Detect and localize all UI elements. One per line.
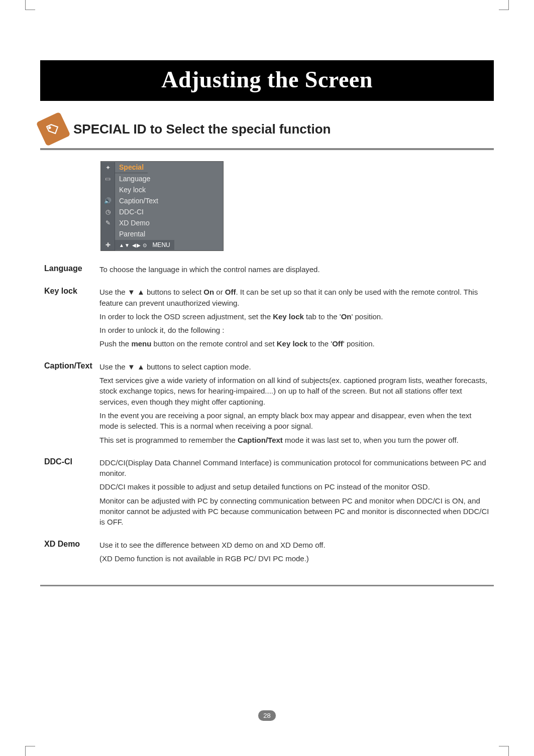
osd-header: Special bbox=[115, 162, 148, 173]
osd-item-parental[interactable]: Parental bbox=[115, 229, 149, 239]
page-title: Adjusting the Screen bbox=[40, 66, 494, 93]
osd-footer: ▲▼ ◀▶ ⊙ MENU bbox=[115, 240, 174, 250]
caption-p1: Use the ▼ ▲ buttons to select caption mo… bbox=[99, 361, 490, 372]
arrow-glyphs: ▼ ▲ bbox=[128, 288, 145, 296]
keylock-p1: Use the ▼ ▲ buttons to select On or Off.… bbox=[99, 287, 490, 308]
section-heading: SPECIAL ID to Select the special functio… bbox=[73, 121, 331, 137]
text: or bbox=[214, 288, 225, 296]
bold: Off bbox=[332, 339, 343, 348]
caption-p3: In the event you are receiving a poor si… bbox=[99, 410, 490, 432]
def-body-keylock: Use the ▼ ▲ buttons to select On or Off.… bbox=[99, 287, 490, 352]
tag-icon bbox=[36, 111, 70, 146]
arrow-glyphs: ▼ ▲ bbox=[128, 362, 145, 371]
text: Use the bbox=[99, 362, 128, 371]
text: buttons to select caption mode. bbox=[145, 362, 251, 371]
def-body-xddemo: Use it to see the difference between XD … bbox=[99, 540, 490, 567]
sparkle-icon: ✦ bbox=[101, 162, 115, 173]
def-body-ddcci: DDC/CI(Display Data Channel Command Inte… bbox=[99, 457, 490, 531]
text: to the ' bbox=[307, 339, 332, 348]
ddcci-p1: DDC/CI(Display Data Channel Command Inte… bbox=[99, 457, 490, 479]
keylock-p4: Push the menu button on the remote contr… bbox=[99, 338, 490, 349]
text: ' position. bbox=[343, 339, 375, 348]
divider bbox=[40, 148, 494, 150]
ddcci-p3: Monitor can be adjusted with PC by conne… bbox=[99, 495, 490, 528]
text: ' position. bbox=[351, 312, 383, 321]
clock-icon: ◷ bbox=[101, 206, 115, 217]
settings-icon: ✚ bbox=[101, 239, 115, 250]
bold: Key lock bbox=[273, 312, 304, 321]
text: button on the remote control and set bbox=[151, 339, 276, 348]
spacer-icon bbox=[101, 228, 115, 239]
bold: Key lock bbox=[277, 339, 308, 348]
text: mode it was last set to, when you turn t… bbox=[283, 436, 459, 444]
bold: On bbox=[341, 312, 352, 321]
text: In order to lock the OSD screen adjustme… bbox=[99, 312, 273, 321]
osd-item-caption[interactable]: Caption/Text bbox=[115, 196, 162, 206]
def-label-ddcci: DDC-CI bbox=[44, 457, 99, 531]
keylock-p3: In order to unlock it, do the following … bbox=[99, 325, 490, 335]
osd-item-xddemo[interactable]: XD Demo bbox=[115, 218, 154, 228]
def-label-language: Language bbox=[44, 264, 99, 278]
def-body-language: To choose the language in which the cont… bbox=[99, 264, 490, 278]
crop-mark bbox=[25, 0, 35, 10]
tag-small-icon: ✎ bbox=[101, 217, 115, 228]
ddcci-p2: DDC/CI makes it possible to adjust and s… bbox=[99, 481, 490, 492]
text: buttons to select bbox=[145, 288, 204, 296]
osd-item-ddcci[interactable]: DDC-CI bbox=[115, 207, 148, 217]
bold-off: Off bbox=[225, 288, 236, 296]
crop-mark bbox=[499, 746, 509, 756]
text: This set is programmed to remember the bbox=[99, 436, 238, 444]
bold: menu bbox=[131, 339, 151, 348]
page-number: 28 bbox=[258, 710, 275, 721]
nav-glyphs: ▲▼ ◀▶ ⊙ bbox=[119, 242, 147, 248]
caption-p4: This set is programmed to remember the C… bbox=[99, 435, 490, 445]
def-label-caption: Caption/Text bbox=[44, 361, 99, 448]
crop-mark bbox=[499, 0, 509, 10]
osd-menu: ✦ Special ▭ Language Key lock 🔊 Caption/… bbox=[100, 161, 224, 251]
def-label-xddemo: XD Demo bbox=[44, 540, 99, 567]
osd-item-keylock[interactable]: Key lock bbox=[115, 185, 150, 195]
monitor-icon: ▭ bbox=[101, 173, 115, 184]
text: tab to the ' bbox=[304, 312, 341, 321]
keylock-p2: In order to lock the OSD screen adjustme… bbox=[99, 311, 490, 322]
caption-p2: Text services give a wide variety of inf… bbox=[99, 375, 490, 407]
xddemo-p1: Use it to see the difference between XD … bbox=[99, 540, 490, 550]
osd-footer-label: MENU bbox=[152, 241, 170, 248]
speaker-icon: 🔊 bbox=[101, 195, 115, 206]
bold-on: On bbox=[203, 288, 214, 296]
bold: Caption/Text bbox=[238, 436, 283, 444]
def-body-caption: Use the ▼ ▲ buttons to select caption mo… bbox=[99, 361, 490, 448]
footer-divider bbox=[40, 585, 494, 586]
spacer-icon bbox=[101, 184, 115, 195]
def-label-keylock: Key lock bbox=[44, 287, 99, 352]
section-header-row: SPECIAL ID to Select the special functio… bbox=[40, 116, 494, 142]
language-text: To choose the language in which the cont… bbox=[99, 264, 490, 275]
text: Push the bbox=[99, 339, 131, 348]
svg-point-0 bbox=[49, 127, 51, 129]
page-number-wrap: 28 bbox=[0, 710, 534, 721]
title-band: Adjusting the Screen bbox=[40, 60, 494, 101]
xddemo-p2: (XD Demo function is not available in RG… bbox=[99, 553, 490, 564]
text: Use the bbox=[99, 288, 128, 296]
crop-mark bbox=[25, 746, 35, 756]
osd-item-language[interactable]: Language bbox=[115, 174, 154, 184]
